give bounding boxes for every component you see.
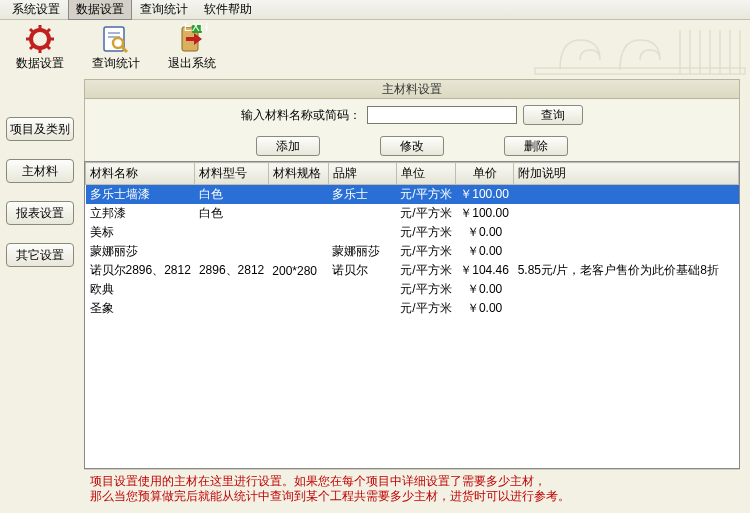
col-header-spec[interactable]: 材料规格 [268, 163, 328, 185]
cell-name: 立邦漆 [86, 204, 195, 223]
add-button[interactable]: 添加 [256, 136, 320, 156]
cell-model: 2896、2812 [195, 261, 268, 280]
table-row[interactable]: 多乐士墙漆白色多乐士元/平方米￥100.00 [86, 185, 739, 205]
cell-name: 圣象 [86, 299, 195, 318]
search-input[interactable] [367, 106, 517, 124]
search-icon [100, 23, 132, 55]
col-header-name[interactable]: 材料名称 [86, 163, 195, 185]
toolbar-exit-label: 退出系统 [168, 55, 216, 72]
gear-icon [24, 23, 56, 55]
sidebar: 项目及类别 主材料 报表设置 其它设置 [0, 109, 80, 513]
cell-spec [268, 185, 328, 205]
action-row: 添加 修改 删除 [84, 131, 740, 161]
cell-model: 白色 [195, 204, 268, 223]
svg-line-6 [46, 45, 50, 49]
cell-price: ￥0.00 [456, 280, 514, 299]
cell-unit: 元/平方米 [396, 242, 455, 261]
cell-spec [268, 204, 328, 223]
search-button[interactable]: 查询 [523, 105, 583, 125]
cell-spec [268, 280, 328, 299]
menu-data[interactable]: 数据设置 [68, 0, 132, 20]
cell-model: 白色 [195, 185, 268, 205]
footer-line1: 项目设置使用的主材在这里进行设置。如果您在每个项目中详细设置了需要多少主材， [90, 474, 734, 490]
cell-model [195, 280, 268, 299]
col-header-unit[interactable]: 单位 [396, 163, 455, 185]
table-header-row: 材料名称 材料型号 材料规格 品牌 单位 单价 附加说明 [86, 163, 739, 185]
cell-unit: 元/平方米 [396, 261, 455, 280]
footer-note: 项目设置使用的主材在这里进行设置。如果您在每个项目中详细设置了需要多少主材， 那… [84, 469, 740, 509]
menu-query[interactable]: 查询统计 [132, 0, 196, 20]
cell-note [514, 242, 739, 261]
cell-brand: 诺贝尔 [328, 261, 396, 280]
cell-name: 蒙娜丽莎 [86, 242, 195, 261]
cell-name: 美标 [86, 223, 195, 242]
table-row[interactable]: 美标元/平方米￥0.00 [86, 223, 739, 242]
toolbar-data-label: 数据设置 [16, 55, 64, 72]
table-row[interactable]: 立邦漆白色元/平方米￥100.00 [86, 204, 739, 223]
menubar: 系统设置 数据设置 查询统计 软件帮助 [0, 0, 750, 20]
cell-model [195, 242, 268, 261]
cell-unit: 元/平方米 [396, 204, 455, 223]
svg-text:EXIT: EXIT [184, 23, 208, 34]
toolbar-data-button[interactable]: 数据设置 [8, 23, 72, 73]
table-row[interactable]: 圣象元/平方米￥0.00 [86, 299, 739, 318]
sidebar-item-report[interactable]: 报表设置 [6, 201, 74, 225]
toolbar: 数据设置 查询统计 EXIT 退出系统 [0, 20, 750, 75]
cell-note [514, 185, 739, 205]
cell-unit: 元/平方米 [396, 223, 455, 242]
panel-title: 主材料设置 [84, 79, 740, 99]
table-container[interactable]: 材料名称 材料型号 材料规格 品牌 单位 单价 附加说明 多乐士墙漆白色多乐士元… [84, 161, 740, 469]
edit-button[interactable]: 修改 [380, 136, 444, 156]
cell-brand: 多乐士 [328, 185, 396, 205]
svg-point-9 [36, 35, 44, 43]
cell-brand [328, 223, 396, 242]
col-header-note[interactable]: 附加说明 [514, 163, 739, 185]
svg-rect-18 [535, 68, 745, 74]
cell-price: ￥100.00 [456, 204, 514, 223]
svg-line-5 [30, 29, 34, 33]
cell-note [514, 299, 739, 318]
material-table: 材料名称 材料型号 材料规格 品牌 单位 单价 附加说明 多乐士墙漆白色多乐士元… [85, 162, 739, 318]
cell-unit: 元/平方米 [396, 280, 455, 299]
cell-unit: 元/平方米 [396, 185, 455, 205]
cell-name: 诺贝尔2896、2812 [86, 261, 195, 280]
content-panel: 主材料设置 输入材料名称或简码： 查询 添加 修改 删除 材料名称 材料型号 材… [80, 75, 750, 513]
sidebar-item-other[interactable]: 其它设置 [6, 243, 74, 267]
col-header-price[interactable]: 单价 [456, 163, 514, 185]
cell-spec [268, 223, 328, 242]
cell-price: ￥100.00 [456, 185, 514, 205]
toolbar-query-button[interactable]: 查询统计 [84, 23, 148, 73]
toolbar-query-label: 查询统计 [92, 55, 140, 72]
cell-price: ￥0.00 [456, 242, 514, 261]
cell-note [514, 280, 739, 299]
cell-brand [328, 280, 396, 299]
table-row[interactable]: 诺贝尔2896、28122896、2812200*280诺贝尔元/平方米￥104… [86, 261, 739, 280]
col-header-brand[interactable]: 品牌 [328, 163, 396, 185]
svg-line-8 [46, 29, 50, 33]
cell-model [195, 299, 268, 318]
cell-price: ￥0.00 [456, 299, 514, 318]
cell-brand: 蒙娜丽莎 [328, 242, 396, 261]
cell-note [514, 204, 739, 223]
toolbar-exit-button[interactable]: EXIT 退出系统 [160, 23, 224, 73]
menu-system[interactable]: 系统设置 [4, 0, 68, 20]
sidebar-item-material[interactable]: 主材料 [6, 159, 74, 183]
table-row[interactable]: 欧典元/平方米￥0.00 [86, 280, 739, 299]
svg-line-7 [30, 45, 34, 49]
cell-spec: 200*280 [268, 261, 328, 280]
cell-note: 5.85元/片，老客户售价为此价基础8折 [514, 261, 739, 280]
col-header-model[interactable]: 材料型号 [195, 163, 268, 185]
sidebar-item-project[interactable]: 项目及类别 [6, 117, 74, 141]
decoration-column [530, 20, 750, 75]
cell-spec [268, 299, 328, 318]
cell-name: 多乐士墙漆 [86, 185, 195, 205]
footer-line2: 那么当您预算做完后就能从统计中查询到某个工程共需要多少主材，进货时可以进行参考。 [90, 489, 734, 505]
delete-button[interactable]: 删除 [504, 136, 568, 156]
cell-spec [268, 242, 328, 261]
cell-unit: 元/平方米 [396, 299, 455, 318]
cell-brand [328, 299, 396, 318]
menu-help[interactable]: 软件帮助 [196, 0, 260, 20]
cell-price: ￥104.46 [456, 261, 514, 280]
table-row[interactable]: 蒙娜丽莎蒙娜丽莎元/平方米￥0.00 [86, 242, 739, 261]
cell-price: ￥0.00 [456, 223, 514, 242]
